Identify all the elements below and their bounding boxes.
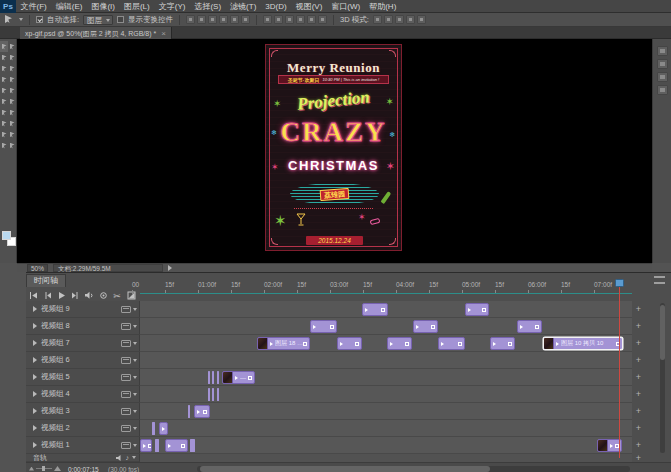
track-menu-caret-icon[interactable] <box>133 410 137 413</box>
timeline-clip[interactable] <box>212 388 214 401</box>
move-tool-icon[interactable] <box>4 15 15 24</box>
timeline-clip[interactable] <box>217 371 219 384</box>
add-media-button[interactable]: + <box>634 454 643 463</box>
menu-item-9[interactable]: 视图(V) <box>291 0 327 13</box>
spot-healing-brush-tool[interactable] <box>0 74 8 85</box>
expand-caret-icon[interactable] <box>33 425 37 431</box>
track-menu-caret-icon[interactable] <box>133 427 137 430</box>
clip-end-icon[interactable] <box>431 325 435 329</box>
rectangle-tool[interactable] <box>8 129 16 140</box>
timeline-clip[interactable] <box>208 371 210 384</box>
menu-item-2[interactable]: 编辑(E) <box>51 0 87 13</box>
timeline-clip[interactable] <box>212 371 214 384</box>
clip-end-icon[interactable] <box>303 342 307 346</box>
align-horizontal-centers-icon[interactable] <box>230 15 239 24</box>
clip-play-icon[interactable] <box>468 308 471 312</box>
distribute-horizontal-centers-icon[interactable] <box>307 15 316 24</box>
time-ruler[interactable]: 0015f01:00f15f02:00f15f03:00f15f04:00f15… <box>26 278 659 293</box>
quick-selection-tool[interactable] <box>8 52 16 63</box>
track-menu-caret-icon[interactable] <box>133 376 137 379</box>
timeline-clip[interactable]: — <box>222 371 255 384</box>
track-header-9[interactable]: 视频组 9 <box>26 301 140 318</box>
expand-caret-icon[interactable] <box>33 408 37 414</box>
history-brush-tool[interactable] <box>8 85 16 96</box>
clip-play-icon[interactable] <box>556 342 559 346</box>
status-options-arrow-icon[interactable] <box>168 265 172 271</box>
clip-play-icon[interactable] <box>143 444 146 448</box>
track-menu-caret-icon[interactable] <box>133 308 137 311</box>
foreground-color-swatch[interactable] <box>2 231 11 240</box>
zoom-level-field[interactable]: 50% <box>27 264 48 272</box>
auto-select-checkbox[interactable] <box>36 16 43 23</box>
expand-caret-icon[interactable] <box>33 306 37 312</box>
close-tab-icon[interactable]: × <box>161 28 166 39</box>
track-lanes[interactable]: 图层 18 …图层 10 拷贝 10— <box>140 301 632 454</box>
timeline-clip[interactable] <box>155 439 159 452</box>
expand-caret-icon[interactable] <box>33 374 37 380</box>
align-left-edges-icon[interactable] <box>219 15 228 24</box>
speaker-icon[interactable] <box>115 454 123 462</box>
timeline-clip[interactable] <box>194 405 210 418</box>
track-media-icon[interactable] <box>121 340 131 347</box>
3d-rotate-icon[interactable] <box>373 15 382 24</box>
align-right-edges-icon[interactable] <box>241 15 250 24</box>
hand-tool[interactable] <box>0 140 8 151</box>
collapsed-panel-icon-1[interactable] <box>657 46 668 56</box>
menu-item-1[interactable]: 文件(F) <box>16 0 51 13</box>
dodge-tool[interactable] <box>8 107 16 118</box>
brush-tool[interactable] <box>8 74 16 85</box>
add-media-button[interactable]: + <box>634 339 643 348</box>
track-media-icon[interactable] <box>121 323 131 330</box>
track-menu-caret-icon[interactable] <box>133 342 137 345</box>
distribute-left-edges-icon[interactable] <box>296 15 305 24</box>
tool-preset-caret-icon[interactable] <box>19 18 23 21</box>
timeline-clip[interactable] <box>188 405 190 418</box>
auto-select-dropdown[interactable]: 图层 <box>83 15 113 25</box>
clip-end-icon[interactable] <box>167 427 168 431</box>
timeline-clip[interactable] <box>465 303 489 316</box>
3d-scale-icon[interactable] <box>417 15 426 24</box>
timeline-clip[interactable] <box>387 337 412 350</box>
track-menu-caret-icon[interactable] <box>133 325 137 328</box>
clip-end-icon[interactable] <box>355 342 359 346</box>
photoshop-logo-icon[interactable]: Ps <box>0 0 16 13</box>
path-selection-tool[interactable] <box>0 129 8 140</box>
clip-end-icon[interactable] <box>482 308 486 312</box>
timeline-clip[interactable] <box>337 337 362 350</box>
clip-play-icon[interactable] <box>340 342 343 346</box>
clip-end-icon[interactable] <box>248 376 252 380</box>
timeline-clip[interactable] <box>438 337 465 350</box>
horizontal-type-tool[interactable] <box>8 118 16 129</box>
collapsed-panel-icon-2[interactable] <box>657 59 668 69</box>
collapsed-panel-icon-3[interactable] <box>657 72 668 82</box>
clip-play-icon[interactable] <box>197 410 200 414</box>
timeline-clip[interactable] <box>152 422 155 435</box>
align-bottom-edges-icon[interactable] <box>208 15 217 24</box>
timeline-clip[interactable] <box>208 388 210 401</box>
distribute-vertical-centers-icon[interactable] <box>274 15 283 24</box>
add-media-button[interactable]: + <box>634 356 643 365</box>
eyedropper-tool[interactable] <box>8 63 16 74</box>
rectangular-marquee-tool[interactable] <box>8 41 16 52</box>
expand-caret-icon[interactable] <box>33 357 37 363</box>
clip-play-icon[interactable] <box>270 342 273 346</box>
collapsed-panel-icon-4[interactable] <box>657 85 668 95</box>
clip-play-icon[interactable] <box>390 342 393 346</box>
expand-caret-icon[interactable] <box>33 391 37 397</box>
menu-item-6[interactable]: 选择(S) <box>190 0 226 13</box>
distribute-bottom-edges-icon[interactable] <box>285 15 294 24</box>
scrollbar-thumb[interactable] <box>200 466 490 472</box>
clip-play-icon[interactable] <box>235 376 238 380</box>
pen-tool[interactable] <box>0 118 8 129</box>
menu-item-5[interactable]: 文字(Y) <box>154 0 190 13</box>
clip-end-icon[interactable] <box>181 444 185 448</box>
move-tool[interactable] <box>0 41 8 52</box>
show-transform-checkbox[interactable] <box>117 16 124 23</box>
clip-end-icon[interactable] <box>535 325 539 329</box>
menu-item-4[interactable]: 图层(L) <box>119 0 154 13</box>
clip-play-icon[interactable] <box>162 427 165 431</box>
clip-play-icon[interactable] <box>365 308 368 312</box>
clip-end-icon[interactable] <box>381 308 385 312</box>
expand-caret-icon[interactable] <box>33 323 37 329</box>
track-header-1[interactable]: 视频组 1 <box>26 437 140 454</box>
